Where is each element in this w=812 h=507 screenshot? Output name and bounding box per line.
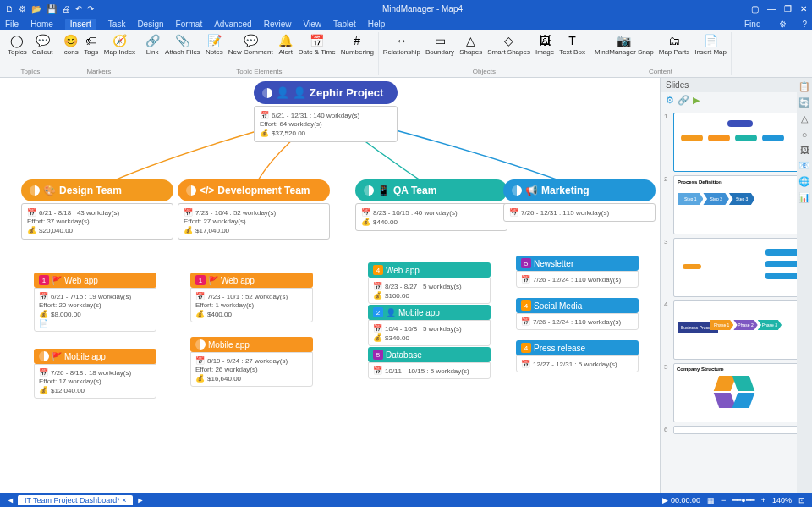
view-icon[interactable]: ▦: [707, 496, 715, 504]
slides-panel: Slides × ⚙ 🔗 ▶ + 1 2Process DefinitionSt…: [660, 78, 812, 493]
ribbon-numbering-button[interactable]: #Numbering: [339, 32, 376, 57]
menu-task[interactable]: Task: [108, 19, 126, 29]
ribbon-insert-map-button[interactable]: 📄Insert Map: [693, 32, 728, 57]
browse-icon[interactable]: 🌐: [798, 176, 810, 187]
ribbon-link-button[interactable]: 🔗Link: [143, 32, 162, 57]
slide-thumb[interactable]: 5Company Structure: [664, 363, 809, 422]
minimize-icon[interactable]: —: [767, 4, 776, 14]
slide-thumb[interactable]: 4Business ProcessPhase 1Phase 2Phase 3: [664, 300, 809, 360]
slide-thumb[interactable]: 6: [664, 426, 809, 434]
gear-icon[interactable]: ⚙: [19, 4, 26, 14]
link-icon[interactable]: 🔗: [678, 95, 689, 108]
slides-list[interactable]: 1 2Process DefinitionStep 1Step 2Step 3 …: [661, 111, 812, 493]
nav-right-icon[interactable]: ►: [136, 496, 144, 504]
callout-icon: 💬: [35, 33, 50, 48]
ribbon-toggle-icon[interactable]: ▢: [751, 4, 759, 14]
menu-design[interactable]: Design: [137, 19, 163, 29]
ribbon-alert-button[interactable]: 🔔Alert: [277, 32, 295, 57]
excel-icon[interactable]: 📊: [798, 192, 810, 203]
icons-icon: 😊: [63, 33, 78, 48]
ribbon-topics-button[interactable]: ◯Topics: [6, 32, 29, 57]
team-dev[interactable]: </>Development Team📅7/23 - 10/4 : 52 wor…: [178, 179, 330, 240]
root-title: Zephir Project: [310, 86, 383, 99]
undo-icon[interactable]: ↶: [75, 4, 82, 14]
ribbon-text-box-button[interactable]: TText Box: [557, 32, 587, 57]
right-sidebar: 📋 🔄 △ ○ 🖼 📧 🌐 📊: [797, 78, 812, 493]
slide-thumb[interactable]: 2Process DefinitionStep 1Step 2Step 3: [664, 175, 809, 234]
task-social-media[interactable]: 4Social Media📅7/26 - 12/24 : 110 workday…: [516, 298, 639, 330]
slide-thumb[interactable]: 3: [664, 238, 809, 297]
alert-icon: 🔔: [278, 33, 294, 48]
zoom-in-icon[interactable]: +: [761, 496, 765, 504]
fit-icon[interactable]: ⊡: [798, 496, 805, 504]
team-design[interactable]: 🎨Design Team📅6/21 - 8/18 : 43 workday(s)…: [21, 179, 173, 240]
ribbon-smart-shapes-button[interactable]: ◇Smart Shapes: [486, 32, 532, 57]
marker-icon[interactable]: ○: [802, 130, 808, 140]
menu-advanced[interactable]: Advanced: [214, 19, 251, 29]
print-icon[interactable]: 🖨: [62, 4, 70, 14]
team-qa[interactable]: 📱QA Team📅8/23 - 10/15 : 40 workday(s)💰$4…: [355, 179, 508, 231]
menu-help[interactable]: Help: [368, 19, 386, 29]
gear-icon[interactable]: ⚙: [666, 95, 674, 108]
nav-left-icon[interactable]: ◄: [7, 496, 14, 504]
zoom-level[interactable]: 140%: [772, 496, 792, 504]
task-press-release[interactable]: 4Press release📅12/27 - 12/31 : 5 workday…: [516, 340, 639, 372]
resource-icon: 👤: [276, 86, 289, 99]
ribbon-relationship-button[interactable]: ↔Relationship: [381, 32, 422, 57]
menu-help-icon[interactable]: ?: [802, 19, 807, 29]
ribbon-tags-button[interactable]: 🏷Tags: [82, 32, 101, 57]
team-mkt[interactable]: 📢Marketing📅7/26 - 12/31 : 115 workday(s): [503, 179, 656, 222]
zoom-out-icon[interactable]: −: [721, 496, 726, 504]
map-canvas[interactable]: 👤👤Zephir Project 📅6/21 - 12/31 : 140 wor…: [0, 78, 660, 493]
save-icon[interactable]: 💾: [47, 4, 57, 14]
timer-icon[interactable]: ▶ 00:00:00: [662, 496, 700, 504]
task-newsletter[interactable]: 5Newsletter📅7/26 - 12/24 : 110 workday(s…: [516, 256, 639, 288]
maximize-icon[interactable]: ❐: [784, 4, 792, 14]
task-mobile-app[interactable]: 2👤Mobile app📅10/4 - 10/8 : 5 workday(s)💰…: [368, 305, 491, 346]
ribbon-shapes-button[interactable]: △Shapes: [458, 32, 484, 57]
play-icon[interactable]: ▶: [693, 95, 700, 108]
task-database[interactable]: 5Database📅10/11 - 10/15 : 5 workday(s): [368, 347, 491, 379]
ribbon-map-index-button[interactable]: 🧭Map Index: [102, 32, 137, 57]
task-web-app[interactable]: 1🚩Web app📅6/21 - 7/15 : 19 workday(s)Eff…: [34, 273, 156, 332]
outlook-icon[interactable]: 📧: [798, 160, 810, 171]
ribbon-icons-button[interactable]: 😊Icons: [61, 32, 80, 57]
ribbon-attach-files-button[interactable]: 📎Attach Files: [163, 32, 202, 57]
shape-icon[interactable]: △: [801, 113, 808, 124]
open-icon[interactable]: 📂: [31, 4, 41, 14]
menu-home[interactable]: Home: [30, 19, 53, 29]
ribbon-boundary-button[interactable]: ▭Boundary: [424, 32, 456, 57]
document-tab[interactable]: IT Team Project Dashboard* ×: [18, 495, 134, 505]
menubar: File Home Insert Task Design Format Adva…: [0, 17, 812, 30]
ribbon-callout-button[interactable]: 💬Callout: [30, 32, 55, 57]
ribbon-image-button[interactable]: 🖼Image: [534, 32, 556, 57]
menu-settings-icon[interactable]: ⚙: [779, 19, 787, 29]
ribbon-new-comment-button[interactable]: 💬New Comment: [227, 32, 275, 57]
menu-format[interactable]: Format: [176, 19, 203, 29]
task-mobile-app[interactable]: 🚩Mobile app📅7/26 - 8/18 : 18 workday(s)E…: [34, 349, 156, 399]
close-icon[interactable]: ✕: [800, 4, 807, 14]
image-icon[interactable]: 🖼: [800, 145, 809, 155]
task-icon[interactable]: 📋: [798, 81, 810, 92]
menu-file[interactable]: File: [5, 19, 19, 29]
ribbon-date-&-time-button[interactable]: 📅Date & Time: [297, 32, 337, 57]
new-icon[interactable]: 🗋: [5, 4, 14, 14]
menu-review[interactable]: Review: [264, 19, 292, 29]
slide-thumb[interactable]: 1: [664, 113, 809, 172]
new-comment-icon: 💬: [243, 33, 258, 48]
redo-icon[interactable]: ↷: [87, 4, 94, 14]
zoom-slider[interactable]: ━━●━━: [732, 496, 754, 504]
ribbon-map-parts-button[interactable]: 🗂Map Parts: [657, 32, 691, 57]
ribbon-notes-button[interactable]: 📝Notes: [204, 32, 225, 57]
ribbon-mindmanager-snap-button[interactable]: 📷MindManager Snap: [593, 32, 656, 57]
menu-tablet[interactable]: Tablet: [333, 19, 356, 29]
task-web-app[interactable]: 1🚩Web app📅7/23 - 10/1 : 52 workday(s)Eff…: [190, 273, 313, 322]
menu-insert[interactable]: Insert: [65, 19, 96, 30]
root-topic[interactable]: 👤👤Zephir Project 📅6/21 - 12/31 : 140 wor…: [254, 81, 398, 142]
smart-shapes-icon: ◇: [502, 33, 517, 48]
menu-view[interactable]: View: [303, 19, 321, 29]
menu-find[interactable]: Find: [744, 19, 760, 29]
task-web-app[interactable]: 4Web app📅8/23 - 8/27 : 5 workday(s)💰$100…: [368, 262, 491, 304]
task-mobile-app[interactable]: Mobile app📅8/19 - 9/24 : 27 workday(s)Ef…: [190, 337, 313, 387]
sync-icon[interactable]: 🔄: [798, 97, 810, 108]
